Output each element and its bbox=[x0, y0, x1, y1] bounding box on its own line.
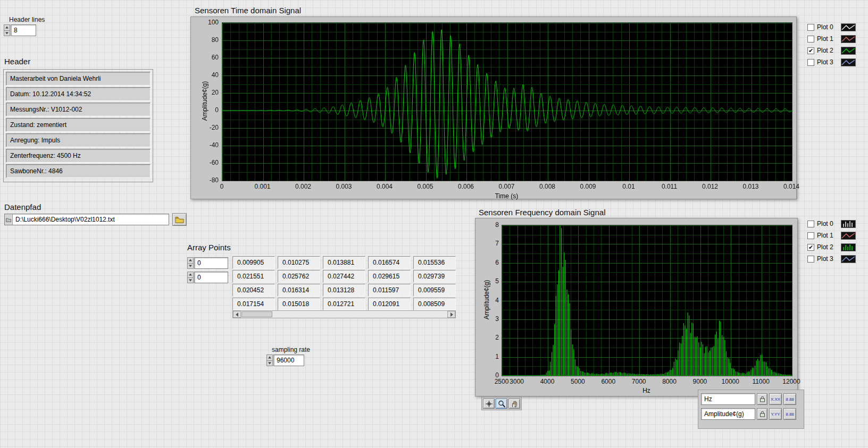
header-lines-value[interactable]: 8 bbox=[11, 24, 36, 36]
x-tick-label: 10000 bbox=[714, 378, 746, 385]
scrollbar-thumb[interactable] bbox=[241, 311, 272, 317]
legend-row: ✔Plot 2 bbox=[807, 241, 867, 253]
y-scale-lock-button[interactable] bbox=[757, 408, 767, 420]
array-cell: 0.029615 bbox=[368, 270, 411, 283]
x-scale-lock-button[interactable] bbox=[757, 393, 767, 405]
time-graph: 100806040200-20-40-60-80 00.0010.0020.00… bbox=[190, 16, 797, 199]
scale-legend: Hz X.XX 8.88 Amplitude¢(g) Y.YY 8.88 bbox=[698, 390, 804, 429]
array-cell: 0.029739 bbox=[413, 270, 456, 283]
x-tick-label: 0 bbox=[206, 183, 238, 190]
x-format-glyph: X.XX bbox=[771, 397, 780, 402]
sampling-rate-label: sampling rate bbox=[272, 346, 310, 353]
y-autoscale-button[interactable]: Y.YY bbox=[769, 408, 782, 420]
x-tick-label: 0.002 bbox=[287, 183, 319, 190]
y-tick-label: 8 bbox=[484, 221, 499, 229]
time-plot[interactable] bbox=[222, 22, 792, 181]
plot-checkbox[interactable] bbox=[807, 256, 814, 263]
plot-sample[interactable] bbox=[841, 232, 856, 240]
array-index-col-value[interactable]: 0 bbox=[194, 272, 228, 283]
header-array-rows: Masterarbeit von Daniela WehrliDatum: 10… bbox=[6, 72, 151, 178]
header-row: Datum: 10.12.2014 14:34:52 bbox=[6, 87, 151, 101]
array-index-col-spinner[interactable] bbox=[187, 272, 194, 283]
plot-sample[interactable] bbox=[841, 35, 856, 43]
plot-checkbox[interactable] bbox=[807, 232, 814, 239]
datenpfad-path-value[interactable]: D:\Lucki666\Desktop\V02zl1012.txt bbox=[13, 214, 118, 225]
datenpfad-label: Datenpfad bbox=[4, 202, 41, 212]
array-cell: 0.016574 bbox=[368, 256, 411, 269]
y-format-glyph: Y.YY bbox=[771, 412, 780, 417]
sampling-rate-spinner[interactable] bbox=[266, 354, 273, 366]
x-tick-label: 9000 bbox=[684, 378, 716, 385]
zoom-tool-button[interactable] bbox=[496, 399, 507, 409]
crosshair-icon bbox=[485, 400, 493, 408]
x-tick-label: 0.011 bbox=[654, 183, 686, 190]
array-index-row-spinner[interactable] bbox=[187, 257, 194, 269]
scroll-left-button[interactable] bbox=[233, 311, 241, 318]
header-lines-spinner[interactable] bbox=[4, 24, 10, 36]
y-tick-label: 60 bbox=[196, 54, 219, 61]
browse-button[interactable] bbox=[172, 213, 187, 226]
scroll-right-button[interactable] bbox=[447, 311, 455, 318]
x-tick-label: 0.005 bbox=[410, 183, 441, 190]
x-tick-label: 0.007 bbox=[491, 183, 523, 190]
array-index-col-control[interactable]: 0 bbox=[187, 272, 228, 283]
plot-checkbox[interactable] bbox=[807, 59, 814, 66]
x-format-button[interactable]: 8.88 bbox=[783, 393, 796, 405]
x-scale-name-field[interactable]: Hz bbox=[701, 393, 755, 405]
freq-yaxis-label: Amplitude¢(g) bbox=[483, 280, 490, 320]
header-lines-control[interactable]: 8 bbox=[4, 24, 36, 36]
array-scrollbar[interactable] bbox=[232, 310, 456, 318]
y-scale-name-field[interactable]: Amplitude¢(g) bbox=[701, 408, 755, 420]
array-cell: 0.013128 bbox=[323, 284, 365, 297]
array-cell: 0.009905 bbox=[232, 256, 275, 269]
x-tick-label: 0.014 bbox=[775, 183, 807, 190]
plot-sample[interactable] bbox=[841, 243, 856, 251]
cursor-tool-button[interactable] bbox=[483, 399, 495, 409]
plot-checkbox[interactable]: ✔ bbox=[807, 244, 814, 251]
y-tick-label: 7 bbox=[484, 240, 499, 247]
plot-sample[interactable] bbox=[841, 58, 856, 66]
array-grid: 0.0099050.0102750.0138810.0165740.015536… bbox=[232, 256, 456, 310]
array-cell: 0.009559 bbox=[413, 284, 456, 297]
sampling-rate-value[interactable]: 96000 bbox=[273, 354, 304, 366]
lock-icon bbox=[760, 396, 765, 402]
plot-sample[interactable] bbox=[841, 47, 856, 55]
plot-label: Plot 3 bbox=[817, 58, 838, 66]
sampling-rate-control[interactable]: 96000 bbox=[266, 354, 304, 366]
header-array: Masterarbeit von Daniela WehrliDatum: 10… bbox=[3, 69, 153, 182]
array-cell: 0.012091 bbox=[368, 298, 411, 310]
x-tick-label: 0.006 bbox=[450, 183, 482, 190]
freq-plot[interactable] bbox=[502, 225, 792, 376]
array-index-row-control[interactable]: 0 bbox=[187, 257, 228, 269]
x-autoscale-button[interactable]: X.XX bbox=[769, 393, 782, 405]
y-format-button[interactable]: 8.88 bbox=[783, 408, 796, 420]
plot-checkbox[interactable] bbox=[807, 221, 814, 227]
x-auto-glyph: 8.88 bbox=[786, 397, 794, 402]
plot-label: Plot 1 bbox=[817, 35, 838, 43]
x-tick-label: 0.009 bbox=[572, 183, 604, 190]
datenpfad-path-control[interactable]: D:\Lucki666\Desktop\V02zl1012.txt bbox=[4, 214, 169, 225]
header-lines-label: Header lines bbox=[9, 16, 45, 23]
x-tick-label: 4000 bbox=[531, 378, 563, 385]
array-cell: 0.016314 bbox=[278, 284, 320, 297]
freq-graph-title: Sensoren Frequency domain Signal bbox=[479, 208, 605, 217]
x-tick-label: 3000 bbox=[501, 378, 533, 385]
plot-sample[interactable] bbox=[841, 220, 856, 228]
legend-row: Plot 3 bbox=[807, 56, 867, 68]
pan-tool-button[interactable] bbox=[508, 399, 520, 409]
header-row: Zustand: zementiert bbox=[6, 118, 151, 132]
plot-sample[interactable] bbox=[841, 255, 856, 263]
array-cell: 0.025762 bbox=[278, 270, 320, 283]
plot-checkbox[interactable]: ✔ bbox=[807, 47, 814, 54]
plot-sample[interactable] bbox=[841, 23, 856, 31]
y-tick-label: -60 bbox=[196, 159, 219, 166]
plot-checkbox[interactable] bbox=[807, 36, 814, 43]
array-cell: 0.010275 bbox=[278, 256, 320, 269]
plot-checkbox[interactable] bbox=[807, 24, 814, 31]
array-index-row-value[interactable]: 0 bbox=[194, 257, 228, 269]
y-tick-label: 80 bbox=[196, 36, 219, 44]
y-tick-label: 6 bbox=[484, 259, 499, 266]
plot-label: Plot 3 bbox=[817, 255, 838, 263]
header-row: Anregung: Impuls bbox=[6, 133, 151, 147]
header-row: Zenterfrequenz: 4500 Hz bbox=[6, 149, 151, 163]
